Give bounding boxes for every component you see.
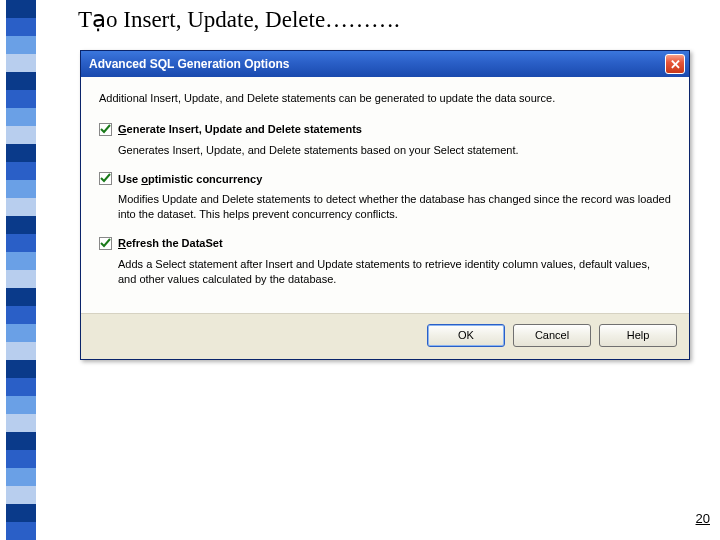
- slide-title: Tạo Insert, Update, Delete……….: [78, 6, 400, 33]
- option-row: Use optimistic concurrency: [99, 172, 671, 187]
- option-label: Refresh the DataSet: [118, 236, 223, 251]
- checkmark-icon: [100, 124, 111, 135]
- stripe-segment: [6, 72, 36, 90]
- dialog-body: Additional Insert, Update, and Delete st…: [81, 77, 689, 313]
- checkbox-generate[interactable]: [99, 123, 112, 136]
- option-optimistic-concurrency: Use optimistic concurrency Modifies Upda…: [99, 172, 671, 223]
- stripe-segment: [6, 486, 36, 504]
- dialog-intro-text: Additional Insert, Update, and Delete st…: [99, 91, 671, 106]
- stripe-segment: [6, 126, 36, 144]
- option-generate-statements: Generate Insert, Update and Delete state…: [99, 122, 671, 158]
- sql-generation-dialog: Advanced SQL Generation Options ✕ Additi…: [80, 50, 690, 360]
- checkmark-icon: [100, 173, 111, 184]
- dialog-title: Advanced SQL Generation Options: [89, 57, 665, 71]
- option-description: Adds a Select statement after Insert and…: [118, 257, 671, 287]
- label-part: enerate Insert, Update and Delete statem…: [127, 123, 362, 135]
- stripe-segment: [6, 414, 36, 432]
- stripe-segment: [6, 270, 36, 288]
- page-number: 20: [696, 511, 710, 526]
- stripe-segment: [6, 54, 36, 72]
- stripe-segment: [6, 198, 36, 216]
- close-button[interactable]: ✕: [665, 54, 685, 74]
- label-part: ptimistic concurrency: [148, 173, 262, 185]
- stripe-segment: [6, 342, 36, 360]
- help-button[interactable]: Help: [599, 324, 677, 347]
- stripe-segment: [6, 180, 36, 198]
- cancel-button[interactable]: Cancel: [513, 324, 591, 347]
- stripe-segment: [6, 252, 36, 270]
- option-refresh-dataset: Refresh the DataSet Adds a Select statem…: [99, 236, 671, 287]
- label-part: Use: [118, 173, 141, 185]
- option-description: Modifies Update and Delete statements to…: [118, 192, 671, 222]
- stripe-segment: [6, 90, 36, 108]
- stripe-segment: [6, 144, 36, 162]
- label-accelerator: G: [118, 123, 127, 135]
- stripe-segment: [6, 504, 36, 522]
- checkbox-optimistic[interactable]: [99, 172, 112, 185]
- option-row: Refresh the DataSet: [99, 236, 671, 251]
- stripe-segment: [6, 378, 36, 396]
- option-label: Generate Insert, Update and Delete state…: [118, 122, 362, 137]
- stripe-segment: [6, 162, 36, 180]
- stripe-segment: [6, 324, 36, 342]
- stripe-segment: [6, 18, 36, 36]
- stripe-segment: [6, 360, 36, 378]
- stripe-segment: [6, 216, 36, 234]
- side-stripe: [6, 0, 36, 540]
- option-label: Use optimistic concurrency: [118, 172, 262, 187]
- stripe-segment: [6, 36, 36, 54]
- checkmark-icon: [100, 238, 111, 249]
- option-row: Generate Insert, Update and Delete state…: [99, 122, 671, 137]
- stripe-segment: [6, 396, 36, 414]
- option-description: Generates Insert, Update, and Delete sta…: [118, 143, 671, 158]
- stripe-segment: [6, 108, 36, 126]
- label-accelerator: R: [118, 237, 126, 249]
- stripe-segment: [6, 468, 36, 486]
- stripe-segment: [6, 450, 36, 468]
- dialog-button-row: OK Cancel Help: [81, 313, 689, 359]
- stripe-segment: [6, 288, 36, 306]
- dialog-titlebar[interactable]: Advanced SQL Generation Options ✕: [81, 51, 689, 77]
- close-icon: ✕: [670, 57, 681, 72]
- stripe-segment: [6, 0, 36, 18]
- label-accelerator: o: [141, 173, 148, 185]
- stripe-segment: [6, 432, 36, 450]
- label-part: efresh the DataSet: [126, 237, 223, 249]
- stripe-segment: [6, 306, 36, 324]
- checkbox-refresh[interactable]: [99, 237, 112, 250]
- ok-button[interactable]: OK: [427, 324, 505, 347]
- stripe-segment: [6, 234, 36, 252]
- stripe-segment: [6, 522, 36, 540]
